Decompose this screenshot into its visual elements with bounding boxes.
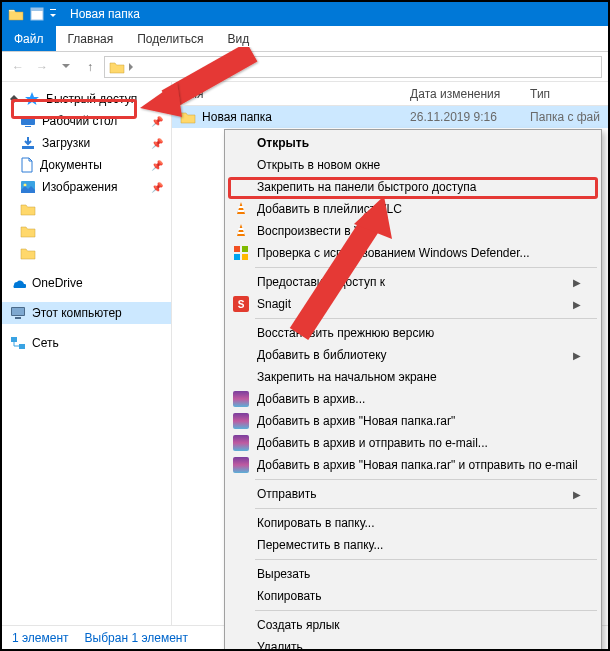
svg-rect-15 xyxy=(239,228,244,230)
tree-label: Загрузки xyxy=(42,136,90,150)
svg-rect-16 xyxy=(238,232,244,234)
col-name[interactable]: Имя xyxy=(172,87,402,101)
ctx-rar-mail-name[interactable]: Добавить в архив "Новая папка.rar" и отп… xyxy=(227,454,599,476)
ctx-vlc-add[interactable]: Добавить в плейлист VLC xyxy=(227,198,599,220)
ctx-cut[interactable]: Вырезать xyxy=(227,563,599,585)
ctx-add-library[interactable]: Добавить в библиотеку▶ xyxy=(227,344,599,366)
ctx-restore-version[interactable]: Восстановить прежнюю версию xyxy=(227,322,599,344)
svg-rect-3 xyxy=(21,116,35,125)
tree-label: Рабочий стол xyxy=(42,114,117,128)
address-box[interactable] xyxy=(104,56,602,78)
file-date: 26.11.2019 9:16 xyxy=(402,110,522,124)
tree-pictures[interactable]: Изображения 📌 xyxy=(2,176,171,198)
titlebar: Новая папка xyxy=(2,2,608,26)
tree-desktop[interactable]: Рабочий стол 📌 xyxy=(2,110,171,132)
properties-icon[interactable] xyxy=(30,7,44,21)
file-row[interactable]: Новая папка 26.11.2019 9:16 Папка с фай xyxy=(172,106,608,128)
winrar-icon xyxy=(233,413,249,429)
svg-rect-17 xyxy=(234,246,240,252)
vlc-icon xyxy=(233,223,249,239)
tree-folder-generic[interactable] xyxy=(2,242,171,264)
ctx-copy[interactable]: Копировать xyxy=(227,585,599,607)
tab-home[interactable]: Главная xyxy=(56,26,126,51)
ctx-copy-to[interactable]: Копировать в папку... xyxy=(227,512,599,534)
ctx-sendto[interactable]: Отправить▶ xyxy=(227,483,599,505)
chevron-down-icon xyxy=(10,95,18,103)
ctx-rar-mail[interactable]: Добавить в архив и отправить по e-mail..… xyxy=(227,432,599,454)
col-date[interactable]: Дата изменения xyxy=(402,87,522,101)
col-type[interactable]: Тип xyxy=(522,87,608,101)
ctx-shortcut[interactable]: Создать ярлык xyxy=(227,614,599,636)
ctx-open[interactable]: Открыть xyxy=(227,132,599,154)
svg-rect-11 xyxy=(11,337,17,342)
submenu-arrow-icon: ▶ xyxy=(573,299,581,310)
svg-rect-18 xyxy=(242,246,248,252)
svg-rect-19 xyxy=(234,254,240,260)
ctx-separator xyxy=(255,267,597,268)
navigation-pane: Быстрый доступ Рабочий стол 📌 Загрузки 📌… xyxy=(2,82,172,625)
tree-documents[interactable]: Документы 📌 xyxy=(2,154,171,176)
nav-recent-button[interactable] xyxy=(56,57,76,77)
pc-icon xyxy=(10,306,26,320)
pin-icon: 📌 xyxy=(151,182,163,193)
pin-icon: 📌 xyxy=(151,138,163,149)
tree-downloads[interactable]: Загрузки 📌 xyxy=(2,132,171,154)
folder-icon xyxy=(180,110,196,124)
status-count: 1 элемент xyxy=(12,631,69,645)
ctx-open-new-window[interactable]: Открыть в новом окне xyxy=(227,154,599,176)
svg-rect-14 xyxy=(238,210,244,212)
submenu-arrow-icon: ▶ xyxy=(573,277,581,288)
chevron-right-icon xyxy=(129,63,134,71)
ctx-pin-start[interactable]: Закрепить на начальном экране xyxy=(227,366,599,388)
tree-label: Изображения xyxy=(42,180,117,194)
status-selection: Выбран 1 элемент xyxy=(85,631,188,645)
tree-onedrive[interactable]: OneDrive xyxy=(2,272,171,294)
folder-icon xyxy=(109,60,125,74)
tree-folder-generic[interactable] xyxy=(2,220,171,242)
tab-view[interactable]: Вид xyxy=(215,26,261,51)
winrar-icon xyxy=(233,391,249,407)
winrar-icon xyxy=(233,457,249,473)
ctx-defender[interactable]: Проверка с использованием Windows Defend… xyxy=(227,242,599,264)
file-name: Новая папка xyxy=(202,110,272,124)
ctx-vlc-play[interactable]: Воспроизвести в VLC xyxy=(227,220,599,242)
tree-label: Быстрый доступ xyxy=(46,92,137,106)
ctx-separator xyxy=(255,479,597,480)
svg-rect-2 xyxy=(50,9,56,10)
ctx-separator xyxy=(255,508,597,509)
tab-file[interactable]: Файл xyxy=(2,26,56,51)
winrar-icon xyxy=(233,435,249,451)
svg-rect-1 xyxy=(31,8,43,11)
ribbon-tabs: Файл Главная Поделиться Вид xyxy=(2,26,608,52)
ctx-separator xyxy=(255,610,597,611)
svg-rect-9 xyxy=(12,308,24,315)
tab-share[interactable]: Поделиться xyxy=(125,26,215,51)
svg-rect-20 xyxy=(242,254,248,260)
window-title: Новая папка xyxy=(70,7,140,21)
ctx-move-to[interactable]: Переместить в папку... xyxy=(227,534,599,556)
ctx-rar-add-name[interactable]: Добавить в архив "Новая папка.rar" xyxy=(227,410,599,432)
tree-folder-generic[interactable] xyxy=(2,198,171,220)
ctx-pin-quick-access[interactable]: Закрепить на панели быстрого доступа xyxy=(227,176,599,198)
ctx-snagit[interactable]: SSnagit▶ xyxy=(227,293,599,315)
documents-icon xyxy=(20,157,34,173)
pin-icon: 📌 xyxy=(151,116,163,127)
pin-icon: 📌 xyxy=(151,160,163,171)
tree-quick-access[interactable]: Быстрый доступ xyxy=(2,88,171,110)
ctx-delete[interactable]: Удалить xyxy=(227,636,599,651)
ctx-separator xyxy=(255,559,597,560)
address-bar: ← → ↑ xyxy=(2,52,608,82)
nav-up-button[interactable]: ↑ xyxy=(80,57,100,77)
tree-label: Сеть xyxy=(32,336,59,350)
ctx-rar-add[interactable]: Добавить в архив... xyxy=(227,388,599,410)
qat-dropdown-icon[interactable] xyxy=(50,7,56,21)
nav-forward-button[interactable]: → xyxy=(32,57,52,77)
nav-back-button[interactable]: ← xyxy=(8,57,28,77)
tree-network[interactable]: Сеть xyxy=(2,332,171,354)
tree-this-pc[interactable]: Этот компьютер xyxy=(2,302,171,324)
tree-label: OneDrive xyxy=(32,276,83,290)
svg-rect-5 xyxy=(22,146,34,149)
ctx-share-access[interactable]: Предоставить доступ к▶ xyxy=(227,271,599,293)
pictures-icon xyxy=(20,180,36,194)
context-menu: Открыть Открыть в новом окне Закрепить н… xyxy=(224,129,602,651)
